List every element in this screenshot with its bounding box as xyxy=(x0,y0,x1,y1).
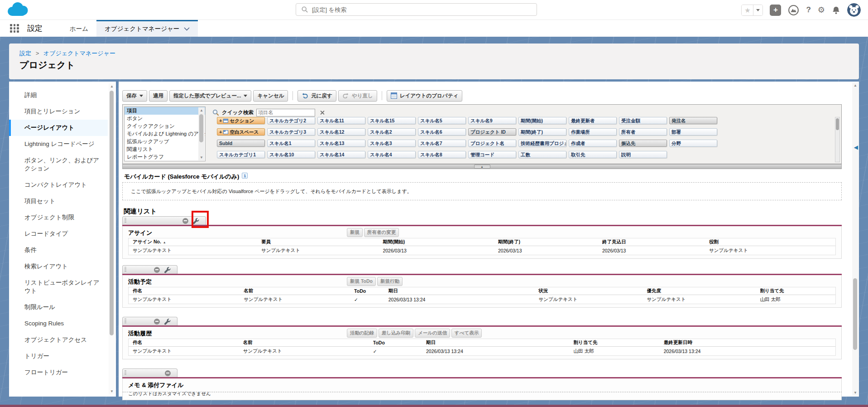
preview-as-button[interactable]: 指定した形式でプレビュー... xyxy=(169,90,251,102)
notifications-bell-icon[interactable] xyxy=(832,6,840,15)
nav-tab-1[interactable]: オブジェクトマネージャー xyxy=(96,20,198,37)
sidebar-item-4[interactable]: ボタン、リンク、およびアクション xyxy=(9,152,108,177)
scrollbar-thumb[interactable] xyxy=(110,91,114,335)
main-scrollbar[interactable]: ▲ ▼ xyxy=(852,82,858,396)
palette-category-3[interactable]: モバイルおよび Lightning のアクション xyxy=(125,130,205,138)
palette-field-chip[interactable]: 受注金額 xyxy=(619,117,667,124)
scroll-up-arrow-icon[interactable]: ▲ xyxy=(109,83,115,89)
user-avatar[interactable] xyxy=(847,3,861,17)
palette-field-chip[interactable]: 作業場所 xyxy=(569,128,617,136)
app-launcher-icon[interactable] xyxy=(10,24,19,33)
palette-category-4[interactable]: 拡張ルックアップ xyxy=(125,138,205,145)
palette-field-chip[interactable]: 作成者 xyxy=(569,140,617,147)
palette-field-chip[interactable]: スキル名1 xyxy=(267,140,315,147)
scroll-down-arrow-icon[interactable]: ▼ xyxy=(109,388,115,394)
undo-button[interactable]: 元に戻す xyxy=(297,90,336,102)
global-search[interactable] xyxy=(296,3,537,16)
sidebar-item-3[interactable]: Lightning レコードページ xyxy=(9,136,108,152)
palette-field-chip[interactable]: スキルカテゴリ1 xyxy=(217,151,265,158)
redo-button[interactable]: やり直し xyxy=(338,90,377,102)
palette-category-1[interactable]: ボタン xyxy=(125,115,205,122)
sidebar-item-6[interactable]: 項目セット xyxy=(9,193,108,209)
related-list-button[interactable]: 活動の記録 xyxy=(347,329,377,338)
scrollbar-thumb[interactable] xyxy=(853,278,857,350)
palette-field-chip[interactable]: スキル名3 xyxy=(368,140,416,147)
palette-field-chip[interactable]: 期間(終了) xyxy=(518,128,566,136)
palette-grid-scrollbar[interactable] xyxy=(835,117,840,162)
remove-related-list-button[interactable] xyxy=(154,319,160,325)
related-list-button[interactable]: 新規 ToDo xyxy=(347,277,376,286)
palette-field-chip[interactable]: 取引先 xyxy=(569,151,617,158)
palette-field-chip[interactable]: 分野 xyxy=(669,140,717,147)
palette-field-chip[interactable]: スキル名8 xyxy=(418,151,466,158)
collapse-palette-button[interactable]: ▲ xyxy=(474,165,490,169)
favorites-star-button[interactable]: ★ xyxy=(742,5,753,15)
palette-field-chip[interactable]: スキル名13 xyxy=(317,140,365,147)
related-list-drag-handle[interactable] xyxy=(122,265,177,274)
sidebar-item-9[interactable]: 条件 xyxy=(9,242,108,258)
palette-category-7[interactable]: Visualforce ページ xyxy=(125,161,205,161)
related-list-properties-wrench-button[interactable] xyxy=(164,266,171,273)
palette-field-chip[interactable]: SubId xyxy=(217,140,265,147)
sidebar-item-0[interactable]: 詳細 xyxy=(9,87,108,103)
clear-search-icon[interactable] xyxy=(320,110,325,115)
scroll-down-arrow-icon[interactable]: ▼ xyxy=(198,155,205,160)
sidebar-item-11[interactable]: リストビューボタンレイアウト xyxy=(9,275,108,299)
palette-field-chip[interactable]: 所有者 xyxy=(619,128,667,136)
palette-field-chip[interactable]: 管理コード xyxy=(468,151,516,158)
remove-related-list-button[interactable] xyxy=(154,267,160,273)
palette-field-chip[interactable]: 最終更新者 xyxy=(569,117,617,124)
collapse-panel-chevron-icon[interactable]: ◀ xyxy=(854,144,858,150)
info-icon[interactable]: 1 xyxy=(242,173,248,179)
quick-create-button[interactable]: + xyxy=(770,5,781,16)
palette-field-chip[interactable]: スキル名15 xyxy=(368,117,416,124)
palette-category-2[interactable]: クイックアクション xyxy=(125,122,205,130)
palette-field-chip[interactable]: プロジェクト名 xyxy=(468,140,516,147)
palette-field-chip[interactable]: スキル名6 xyxy=(418,128,466,136)
sidebar-item-7[interactable]: オブジェクト制限 xyxy=(9,209,108,226)
related-list-drag-handle[interactable] xyxy=(122,368,177,377)
sidebar-item-5[interactable]: コンパクトレイアウト xyxy=(9,177,108,193)
sidebar-item-2[interactable]: ページレイアウト xyxy=(9,120,108,136)
scroll-up-arrow-icon[interactable]: ▲ xyxy=(852,82,858,88)
palette-field-chip[interactable]: スキルカテゴリ3 xyxy=(267,128,315,136)
palette-field-chip[interactable]: +セクション xyxy=(217,117,265,124)
palette-category-0[interactable]: 項目 xyxy=(125,107,205,115)
palette-field-chip[interactable]: 発注名 xyxy=(669,117,717,124)
palette-field-chip[interactable]: スキル名5 xyxy=(418,117,466,124)
cancel-button[interactable]: キャンセル xyxy=(253,90,288,102)
help-icon[interactable]: ? xyxy=(806,5,810,15)
palette-field-chip[interactable]: スキル名12 xyxy=(317,128,365,136)
related-list-drag-handle[interactable] xyxy=(122,317,177,325)
sidebar-item-10[interactable]: 検索レイアウト xyxy=(9,258,108,275)
palette-field-chip[interactable]: スキル名14 xyxy=(317,151,365,158)
sidebar-item-15[interactable]: トリガー xyxy=(9,348,108,364)
scroll-up-arrow-icon[interactable]: ▲ xyxy=(198,107,205,113)
palette-field-chip[interactable]: プロジェクト ID xyxy=(468,128,516,136)
scrollbar-thumb[interactable] xyxy=(199,114,203,142)
sidebar-item-12[interactable]: 制限ルール xyxy=(9,299,108,315)
palette-field-chip[interactable]: スキルカテゴリ2 xyxy=(267,117,315,124)
related-list-button[interactable]: メールの送信 xyxy=(415,329,450,338)
palette-category-6[interactable]: レポートグラフ xyxy=(125,153,205,161)
breadcrumb-link-object-manager[interactable]: オブジェクトマネージャー xyxy=(43,50,115,57)
sidebar-item-14[interactable]: オブジェクトアクセス xyxy=(9,332,108,348)
related-list-button[interactable]: 新規 xyxy=(347,228,363,237)
global-search-input[interactable] xyxy=(312,6,537,13)
sidebar-item-8[interactable]: レコードタイプ xyxy=(9,226,108,242)
setup-gear-icon[interactable]: ⚙ xyxy=(818,6,825,14)
save-button[interactable]: 保存 xyxy=(122,90,147,102)
related-list-button[interactable]: すべて表示 xyxy=(451,329,482,338)
related-list-button[interactable]: 新規行動 xyxy=(377,277,403,286)
palette-field-chip[interactable]: スキル名11 xyxy=(317,117,365,124)
trailhead-icon[interactable] xyxy=(788,5,799,16)
palette-field-chip[interactable]: スキル名10 xyxy=(267,151,315,158)
sidebar-item-1[interactable]: 項目とリレーション xyxy=(9,103,108,120)
palette-categories-scrollbar[interactable]: ▲ ▼ xyxy=(198,107,205,160)
breadcrumb-link-setup[interactable]: 設定 xyxy=(19,50,31,57)
favorites-dropdown-button[interactable] xyxy=(753,5,762,15)
related-list-drag-handle[interactable] xyxy=(122,216,206,225)
palette-field-chip[interactable]: 説明 xyxy=(619,151,667,158)
quick-find-input[interactable] xyxy=(256,109,315,116)
salesforce-logo[interactable] xyxy=(5,1,30,21)
